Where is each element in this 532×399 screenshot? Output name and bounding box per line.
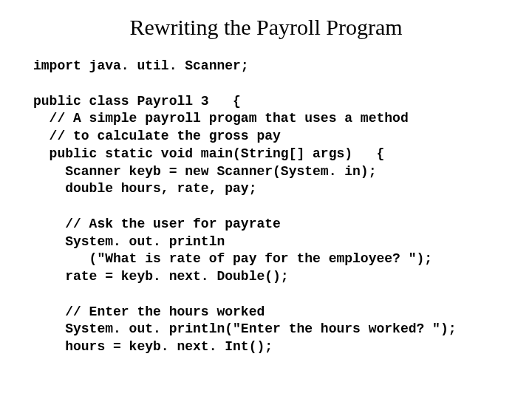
- code-line: public class Payroll 3 {: [33, 94, 241, 109]
- code-line: ("What is rate of pay for the employee? …: [33, 251, 432, 266]
- code-line: // A simple payroll progam that uses a m…: [33, 111, 409, 126]
- code-block: import java. util. Scanner; public class…: [33, 58, 499, 356]
- code-line: hours = keyb. next. Int();: [33, 339, 273, 354]
- page-title: Rewriting the Payroll Program: [33, 15, 499, 40]
- code-line: // to calculate the gross pay: [33, 129, 281, 143]
- code-line: Scanner keyb = new Scanner(System. in);: [33, 164, 376, 179]
- code-line: import java. util. Scanner;: [33, 58, 249, 73]
- code-line: // Enter the hours worked: [33, 304, 265, 319]
- code-line: double hours, rate, pay;: [33, 181, 256, 196]
- code-line: // Ask the user for payrate: [33, 216, 281, 231]
- code-line: System. out. println("Enter the hours wo…: [33, 321, 457, 336]
- code-line: rate = keyb. next. Double();: [33, 269, 289, 284]
- code-line: System. out. println: [33, 234, 225, 249]
- slide-content: Rewriting the Payroll Program import jav…: [0, 0, 532, 356]
- code-line: public static void main(String[] args) {: [33, 146, 384, 161]
